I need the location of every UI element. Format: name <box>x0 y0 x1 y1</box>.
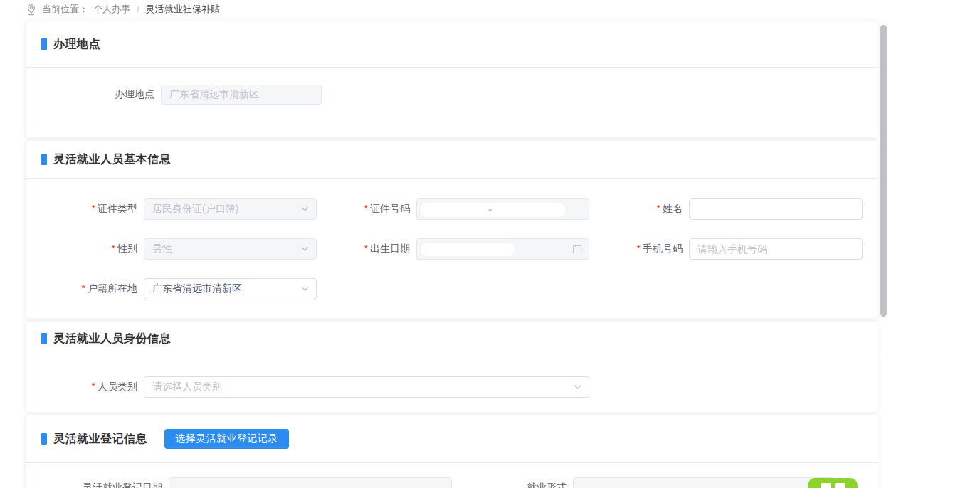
phone-label: *手机号码 <box>589 243 689 255</box>
label-text: 户籍所在地 <box>88 282 137 294</box>
section-header-location: 办理地点 <box>26 21 878 68</box>
chevron-down-icon <box>301 247 309 252</box>
household-label: *户籍所在地 <box>26 282 144 295</box>
household-select[interactable]: 广东省清远市清新区 <box>144 278 317 299</box>
cert-type-label: *证件类型 <box>26 203 144 216</box>
required-asterisk: * <box>637 243 641 254</box>
section-header-identity: 灵活就业人员身份信息 <box>26 322 878 356</box>
cert-no-label: *证件号码 <box>317 203 416 216</box>
breadcrumb-separator: / <box>137 4 139 15</box>
emp-form-label: 就业形式 <box>452 482 573 488</box>
label-text: 姓名 <box>663 203 683 214</box>
section-title: 灵活就业人员身份信息 <box>53 331 171 346</box>
name-input[interactable] <box>697 203 854 215</box>
emp-form-input <box>573 477 834 488</box>
label-text: 就业形式 <box>527 482 567 488</box>
gender-value: 男性 <box>152 243 172 255</box>
section-card-location: 办理地点 办理地点 广东省清远市清新区 <box>26 21 878 137</box>
breadcrumb-prefix: 当前位置： <box>42 3 88 16</box>
chevron-down-icon <box>301 207 309 212</box>
section-header-registration: 灵活就业登记信息 选择灵活就业登记记录 <box>26 415 878 463</box>
reg-date-label: 灵活就业登记日期 <box>26 482 169 488</box>
section-marker <box>41 154 47 165</box>
required-asterisk: * <box>82 282 85 294</box>
section-title: 灵活就业人员基本信息 <box>53 152 171 167</box>
phone-input-wrap <box>689 238 863 260</box>
required-asterisk: * <box>657 203 660 214</box>
birth-date-input <box>416 238 589 260</box>
redaction-overlay <box>421 243 515 256</box>
section-card-registration: 灵活就业登记信息 选择灵活就业登记记录 灵活就业登记日期 就业形式 <box>26 415 878 488</box>
person-type-label: *人员类别 <box>26 381 144 393</box>
redaction-overlay <box>421 203 565 217</box>
label-text: 灵活就业登记日期 <box>83 482 162 488</box>
handle-location-input: 广东省清远市清新区 <box>161 85 322 105</box>
name-label: *姓名 <box>589 203 689 216</box>
redaction-mark <box>488 209 492 211</box>
section-marker <box>41 333 47 344</box>
cert-type-select: 居民身份证(户口簿) <box>144 198 317 220</box>
reg-date-input <box>169 477 452 488</box>
section-title: 办理地点 <box>53 37 100 52</box>
location-pin-icon <box>26 4 37 16</box>
calendar-icon <box>572 244 582 254</box>
label-text: 性别 <box>117 243 137 254</box>
section-marker <box>41 38 47 50</box>
phone-input[interactable] <box>697 243 854 255</box>
cert-type-value: 居民身份证(户口簿) <box>152 203 238 216</box>
breadcrumb-link-personal[interactable]: 个人办事 <box>93 3 130 16</box>
section-marker <box>41 433 47 445</box>
label-text: 人员类别 <box>98 381 137 392</box>
person-type-placeholder: 请选择人员类别 <box>152 381 222 393</box>
section-title: 灵活就业登记信息 <box>53 432 147 447</box>
select-registration-record-button[interactable]: 选择灵活就业登记记录 <box>164 429 289 449</box>
required-asterisk: * <box>112 243 115 254</box>
section-header-basic-info: 灵活就业人员基本信息 <box>26 141 878 179</box>
label-text: 出生日期 <box>370 243 410 254</box>
gender-label: *性别 <box>26 243 144 255</box>
breadcrumb: 当前位置：个人办事 / 灵活就业社保补贴 <box>26 2 220 16</box>
form-content: 办理地点 办理地点 广东省清远市清新区 灵活就业人员基本信息 *证件类型 居民身… <box>26 21 878 488</box>
label-text: 手机号码 <box>643 243 683 254</box>
household-value: 广东省清远市清新区 <box>152 282 242 295</box>
required-asterisk: * <box>364 243 368 254</box>
label-text: 证件号码 <box>370 203 410 214</box>
breadcrumb-current: 灵活就业社保补贴 <box>146 3 220 16</box>
required-asterisk: * <box>92 203 95 214</box>
floating-action-button[interactable] <box>808 478 858 488</box>
section-card-basic-info: 灵活就业人员基本信息 *证件类型 居民身份证(户口簿) *证件号码 * <box>26 141 878 318</box>
label-text: 证件类型 <box>98 203 137 214</box>
required-asterisk: * <box>364 203 368 214</box>
chevron-down-icon <box>301 287 309 292</box>
handle-location-label: 办理地点 <box>41 88 161 101</box>
required-asterisk: * <box>92 381 95 392</box>
gender-select: 男性 <box>144 238 317 260</box>
cert-no-input <box>416 198 589 220</box>
chevron-down-icon <box>574 385 581 390</box>
person-type-select[interactable]: 请选择人员类别 <box>144 376 589 398</box>
birth-date-label: *出生日期 <box>317 243 416 255</box>
section-card-identity: 灵活就业人员身份信息 *人员类别 请选择人员类别 <box>26 322 878 412</box>
name-input-wrap <box>689 198 863 220</box>
handle-location-value: 广东省清远市清新区 <box>169 88 259 101</box>
label-text: 办理地点 <box>115 88 154 100</box>
vertical-scrollbar-thumb[interactable] <box>880 25 887 317</box>
clipped-button-text <box>821 483 845 488</box>
